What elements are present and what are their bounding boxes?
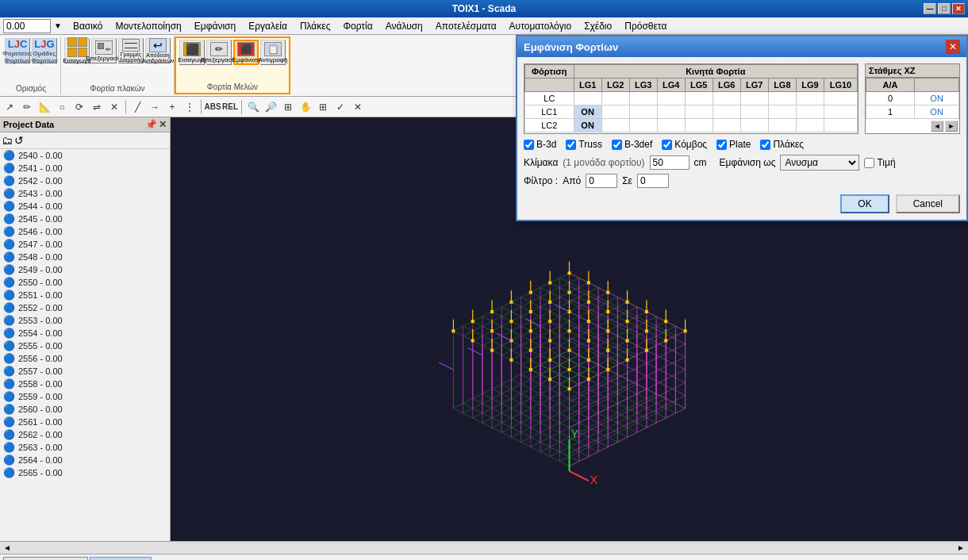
- menu-item-πλάκες[interactable]: Πλάκες: [294, 19, 337, 33]
- cell-LC1-LG3[interactable]: [629, 105, 657, 119]
- cell-LC-LG5[interactable]: [685, 92, 713, 105]
- table-row[interactable]: LC2ON: [525, 119, 858, 132]
- abs-label[interactable]: ABS: [205, 99, 221, 115]
- list-item[interactable]: 🔵2555 - 0.00: [0, 339, 170, 352]
- zoom-fit-icon[interactable]: ⊞: [280, 99, 296, 115]
- filter-from-input[interactable]: [586, 174, 617, 188]
- chk-plate-input[interactable]: [716, 140, 727, 150]
- list-item[interactable]: 🔵2560 - 0.00: [0, 403, 170, 416]
- menu-item-φορτία[interactable]: Φορτία: [336, 19, 378, 33]
- cross-icon[interactable]: ✕: [106, 99, 122, 115]
- list-item[interactable]: 🔵2542 - 0.00: [0, 175, 170, 187]
- cell-LC-LG4[interactable]: [657, 92, 685, 105]
- close-button[interactable]: ✕: [952, 3, 965, 14]
- list-item[interactable]: 🔵2541 - 0.00: [0, 162, 170, 175]
- panel-close-icon[interactable]: ✕: [159, 119, 167, 130]
- table-row[interactable]: 0ON: [866, 92, 959, 105]
- zoom-in-icon[interactable]: 🔍: [245, 99, 261, 115]
- list-item[interactable]: 🔵2558 - 0.00: [0, 378, 170, 390]
- scroll-left-btn[interactable]: ◄: [931, 121, 943, 132]
- dialog-close-button[interactable]: ✕: [946, 40, 960, 54]
- list-item[interactable]: 🔵2544 - 0.00: [0, 200, 170, 213]
- cell-LC2-LG6[interactable]: [713, 119, 740, 132]
- list-item[interactable]: 🔵2552 - 0.00: [0, 301, 170, 314]
- cell-LC2-LG10[interactable]: [824, 119, 857, 132]
- list-item[interactable]: 🔵2563 - 0.00: [0, 441, 170, 454]
- table-row[interactable]: LC: [525, 92, 858, 105]
- filter-to-input[interactable]: [637, 174, 669, 188]
- cell-LC1-LG8[interactable]: [768, 105, 796, 119]
- grid-icon[interactable]: ⊞: [315, 99, 331, 115]
- dots-icon[interactable]: ⋮: [182, 99, 198, 115]
- value-input[interactable]: 0.00: [3, 19, 51, 33]
- chk-timi-input[interactable]: [864, 158, 874, 168]
- pencil-icon[interactable]: ✏: [19, 99, 35, 115]
- chk-kombos[interactable]: Κόμβος: [662, 139, 707, 150]
- chk-truss[interactable]: Truss: [566, 139, 602, 150]
- scroll-right-btn[interactable]: ►: [945, 121, 958, 132]
- cell-LC2-LG9[interactable]: [796, 119, 824, 132]
- grammes-diarrois-button[interactable]: Γραμμές Διαρροής: [118, 38, 144, 63]
- ok-button[interactable]: OK: [840, 194, 889, 213]
- menu-item-πρόσθετα[interactable]: Πρόσθετα: [618, 19, 673, 33]
- cell-LC2-LG2[interactable]: [601, 119, 629, 132]
- menu-item-μοντελοποίηση[interactable]: Μοντελοποίηση: [109, 19, 187, 33]
- list-item[interactable]: 🔵2540 - 0.00: [0, 149, 170, 162]
- chk-plate[interactable]: Plate: [716, 139, 751, 150]
- list-item[interactable]: 🔵2565 - 0.00: [0, 466, 170, 479]
- list-item[interactable]: 🔵2561 - 0.00: [0, 416, 170, 428]
- list-item[interactable]: 🔵2545 - 0.00: [0, 213, 170, 225]
- chk-timi[interactable]: Τιμή: [864, 157, 895, 168]
- scroll-track[interactable]: [14, 542, 954, 554]
- chk-kombos-input[interactable]: [662, 140, 672, 150]
- display-select[interactable]: Ανυσμα Αριθμός: [780, 155, 859, 171]
- minimize-button[interactable]: —: [924, 3, 936, 14]
- cell-LC-LG6[interactable]: [713, 92, 740, 105]
- cell-LC-LG9[interactable]: [796, 92, 824, 105]
- cell-LC1-LG9[interactable]: [796, 105, 824, 119]
- cell-LC2-LG8[interactable]: [768, 119, 796, 132]
- scale-input[interactable]: [650, 155, 690, 170]
- measure-icon[interactable]: 📐: [36, 99, 52, 115]
- omades-button[interactable]: LJG Ομάδες Φορτίων: [32, 38, 57, 63]
- project-data-tab[interactable]: Project Data: [90, 557, 152, 561]
- menu-item-ανάλυση[interactable]: Ανάλυση: [379, 19, 429, 33]
- chk-b3d-input[interactable]: [524, 140, 534, 150]
- cell-LC1-LG1[interactable]: ON: [574, 105, 601, 119]
- menu-item-εργαλεία[interactable]: Εργαλεία: [242, 19, 294, 33]
- x-icon[interactable]: ✕: [350, 99, 366, 115]
- list-item[interactable]: 🔵2551 - 0.00: [0, 289, 170, 301]
- chk-plakes[interactable]: Πλάκες: [760, 139, 804, 150]
- chk-b3def[interactable]: B-3def: [612, 139, 652, 150]
- cell-LC-LG1[interactable]: [574, 92, 601, 105]
- cell-LC1-LG10[interactable]: [824, 105, 857, 119]
- arrow-icon[interactable]: →: [147, 99, 163, 115]
- circle-icon[interactable]: ○: [54, 99, 70, 115]
- cell-LC-LG2[interactable]: [601, 92, 629, 105]
- cell-LC1-LG2[interactable]: [601, 105, 629, 119]
- menu-item-αυτοματολόγιο[interactable]: Αυτοματολόγιο: [503, 19, 578, 33]
- chk-plakes-input[interactable]: [760, 140, 770, 150]
- maximize-button[interactable]: □: [938, 3, 951, 14]
- rotate-icon[interactable]: ⟳: [71, 99, 87, 115]
- menu-item-αποτελέσματα[interactable]: Αποτελέσματα: [429, 19, 503, 33]
- cell-LC2-LG7[interactable]: [740, 119, 768, 132]
- plus-icon[interactable]: +: [164, 99, 180, 115]
- list-item[interactable]: 🔵2548 - 0.00: [0, 251, 170, 263]
- list-item[interactable]: 🔵2564 - 0.00: [0, 454, 170, 466]
- list-item[interactable]: 🔵2550 - 0.00: [0, 276, 170, 289]
- epeksergasia-melon-button[interactable]: ✏ Επεξεργασία: [206, 40, 232, 65]
- chk-b3def-input[interactable]: [612, 140, 622, 150]
- menu-item-εμφάνιση[interactable]: Εμφάνιση: [188, 19, 242, 33]
- cell-LC2-LG1[interactable]: ON: [574, 119, 601, 132]
- cancel-button[interactable]: Cancel: [896, 194, 960, 213]
- cell-LC2-LG3[interactable]: [629, 119, 657, 132]
- list-item[interactable]: 🔵2553 - 0.00: [0, 314, 170, 327]
- menu-item-σχέδιο[interactable]: Σχέδιο: [578, 19, 618, 33]
- antigrafh-button[interactable]: 📋 Αντιγραφή: [260, 40, 286, 65]
- project-parameter-tab[interactable]: Project Parameter: [3, 557, 88, 561]
- fortiseis-button[interactable]: LJC Φορτίσεις Φορτίων: [5, 38, 30, 63]
- horizontal-scrollbar[interactable]: ◄ ►: [0, 541, 968, 554]
- cell-LC-LG10[interactable]: [824, 92, 857, 105]
- list-item[interactable]: 🔵2543 - 0.00: [0, 187, 170, 200]
